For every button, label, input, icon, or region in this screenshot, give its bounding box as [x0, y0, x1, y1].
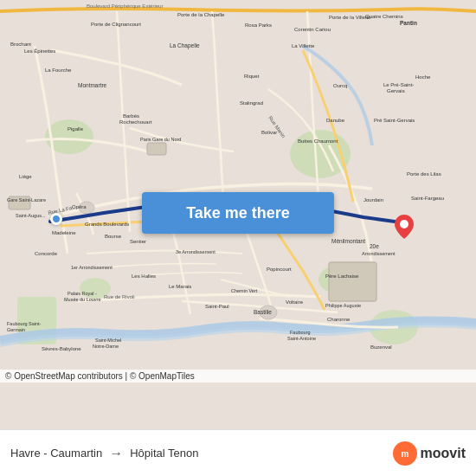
- route-to: Hôpital Tenon: [130, 447, 198, 460]
- svg-text:3e Arrondissement: 3e Arrondissement: [176, 249, 215, 254]
- svg-text:Danube: Danube: [326, 118, 345, 123]
- map-area: Boulevard Périphérique Extérieur Rue La …: [0, 0, 476, 429]
- svg-text:Père Lachaise: Père Lachaise: [325, 273, 359, 279]
- destination-marker: [395, 215, 414, 239]
- svg-text:Buttes Chaumont: Buttes Chaumont: [298, 138, 338, 144]
- svg-text:Saint-Antoine: Saint-Antoine: [287, 336, 316, 341]
- svg-text:Ménilmontant: Ménilmontant: [331, 238, 365, 244]
- route-from: Havre - Caumartin: [10, 447, 102, 460]
- svg-text:Paris Gare du Nord: Paris Gare du Nord: [140, 137, 181, 142]
- svg-text:20e: 20e: [370, 243, 379, 249]
- svg-text:Boulevard Périphérique Extérie: Boulevard Périphérique Extérieur: [87, 3, 163, 9]
- bottom-bar: Havre - Caumartin → Hôpital Tenon m moov…: [0, 429, 476, 476]
- svg-text:Les Épinettes: Les Épinettes: [24, 48, 55, 54]
- svg-text:Faubourg Saint-: Faubourg Saint-: [7, 321, 42, 326]
- moovit-text: moovit: [421, 446, 466, 461]
- moovit-logo: m moovit: [393, 441, 466, 466]
- svg-text:Porte de la Villette: Porte de la Villette: [329, 15, 371, 20]
- svg-text:Germain: Germain: [7, 327, 25, 332]
- svg-text:Popincourt: Popincourt: [267, 267, 292, 272]
- svg-text:Voltaire: Voltaire: [286, 299, 304, 305]
- svg-text:Pigalle: Pigalle: [68, 126, 84, 132]
- svg-text:Barbès: Barbès: [123, 113, 139, 119]
- svg-text:Pré Saint-Gervais: Pré Saint-Gervais: [374, 118, 415, 123]
- svg-text:Brochant: Brochant: [10, 42, 31, 47]
- route-info: Havre - Caumartin → Hôpital Tenon: [10, 446, 393, 461]
- svg-text:Porte de Clignancourt: Porte de Clignancourt: [91, 22, 141, 27]
- svg-text:Saint-Paul: Saint-Paul: [205, 304, 229, 309]
- route-arrow-icon: →: [109, 446, 123, 461]
- origin-marker: [50, 213, 62, 225]
- take-me-there-button[interactable]: Take me there: [142, 192, 334, 234]
- svg-text:Porte des Lilas: Porte des Lilas: [407, 171, 441, 177]
- svg-text:Pantin: Pantin: [400, 20, 417, 26]
- svg-text:Arrondissement: Arrondissement: [362, 251, 396, 256]
- svg-rect-7: [329, 262, 376, 301]
- svg-text:La Fourche: La Fourche: [45, 68, 72, 73]
- svg-text:Philippe Auguste: Philippe Auguste: [325, 303, 361, 308]
- svg-text:Corentin Cariou: Corentin Cariou: [294, 27, 331, 32]
- svg-text:Sèvres-Babylone: Sèvres-Babylone: [42, 346, 81, 351]
- svg-text:Rosa Parks: Rosa Parks: [245, 23, 272, 28]
- svg-text:Saint-Fargeau: Saint-Fargeau: [411, 196, 444, 201]
- svg-text:Riquet: Riquet: [244, 74, 260, 79]
- svg-text:Liège: Liège: [19, 174, 32, 179]
- svg-text:Sentier: Sentier: [130, 239, 146, 244]
- svg-text:Faubourg: Faubourg: [290, 330, 311, 335]
- svg-rect-11: [147, 143, 166, 155]
- svg-text:Ourcq: Ourcq: [333, 83, 347, 88]
- svg-text:La Villette: La Villette: [292, 43, 315, 48]
- svg-text:Opéra: Opéra: [72, 204, 87, 209]
- svg-text:1er Arrondissement: 1er Arrondissement: [71, 265, 113, 270]
- svg-text:Bastille: Bastille: [254, 309, 272, 315]
- svg-text:Montmartre: Montmartre: [78, 82, 107, 88]
- map-attribution: © OpenStreetMap contributors | © OpenMap…: [0, 370, 476, 383]
- svg-text:Rochechouart: Rochechouart: [119, 119, 152, 125]
- svg-text:Gervais: Gervais: [387, 88, 405, 93]
- svg-point-85: [400, 220, 408, 228]
- app-container: Boulevard Périphérique Extérieur Rue La …: [0, 0, 476, 476]
- moovit-icon: m: [393, 441, 417, 466]
- svg-text:Palais Royal -: Palais Royal -: [68, 291, 97, 296]
- svg-text:Buzenval: Buzenval: [370, 344, 392, 350]
- svg-text:Les Halles: Les Halles: [132, 273, 156, 279]
- svg-text:Gare Saint-Lazare: Gare Saint-Lazare: [7, 197, 46, 203]
- svg-text:Saint-Augus...: Saint-Augus...: [16, 213, 46, 218]
- svg-text:Bourse: Bourse: [105, 234, 122, 239]
- svg-text:Grands Boulevards: Grands Boulevards: [85, 222, 129, 227]
- svg-text:Le Pré-Saint-: Le Pré-Saint-: [383, 82, 414, 87]
- svg-text:Musée du Louvre: Musée du Louvre: [64, 297, 101, 302]
- attribution-text: © OpenStreetMap contributors | © OpenMap…: [5, 371, 195, 381]
- svg-text:Le Marais: Le Marais: [169, 284, 191, 289]
- svg-text:Jourdain: Jourdain: [363, 197, 383, 203]
- svg-text:m: m: [401, 449, 408, 459]
- svg-text:Concorde: Concorde: [35, 251, 58, 256]
- svg-text:Charonne: Charonne: [327, 317, 351, 322]
- svg-text:Rue de Rivoli: Rue de Rivoli: [104, 294, 135, 299]
- svg-text:Bolivar: Bolivar: [261, 130, 277, 135]
- svg-text:Hoche: Hoche: [415, 74, 431, 80]
- svg-text:Stalingrad: Stalingrad: [240, 100, 263, 106]
- svg-text:Saint-Michel: Saint-Michel: [95, 338, 121, 343]
- svg-text:La Chapelle: La Chapelle: [170, 42, 200, 49]
- svg-text:Madeleine: Madeleine: [52, 230, 76, 235]
- svg-text:Porte de la Chapelle: Porte de la Chapelle: [177, 12, 225, 17]
- svg-text:Notre-Dame: Notre-Dame: [93, 344, 119, 349]
- svg-text:Chemin Vert: Chemin Vert: [231, 288, 258, 293]
